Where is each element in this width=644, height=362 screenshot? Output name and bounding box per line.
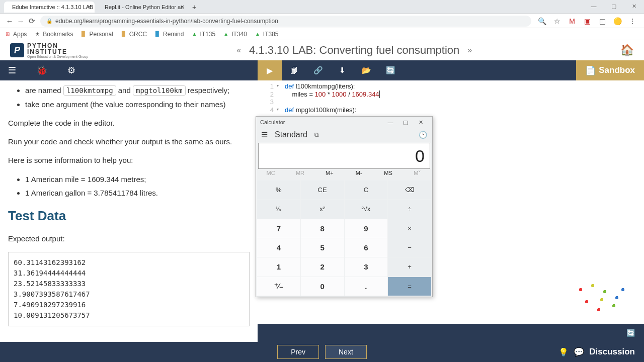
file-icon: 📄 xyxy=(585,65,596,76)
list-item: 1 American mile = 1609.344 metres; xyxy=(25,173,250,185)
decorative-dots xyxy=(569,278,629,318)
new-tab-button[interactable]: + xyxy=(189,2,199,12)
close-window-icon[interactable]: ✕ xyxy=(624,0,644,12)
calculator-title: Calculator xyxy=(260,119,285,125)
prev-lesson-icon[interactable]: « xyxy=(236,46,241,55)
list-item: 1 American gallon = 3.785411784 litres. xyxy=(25,187,250,199)
zoom-icon[interactable]: 🔍 xyxy=(537,17,546,25)
paragraph: Run your code and check whether your out… xyxy=(8,136,250,147)
tab-title: Repl.it - Online Python Editor an xyxy=(105,4,184,10)
calc-mode-label: Standard xyxy=(275,130,307,139)
calc-mc: MC xyxy=(256,170,285,180)
calc-negate[interactable]: ⁺⁄₋ xyxy=(257,277,300,296)
calc-1[interactable]: 1 xyxy=(257,257,300,276)
expected-output: 60.31143162393162 31.36194444444444 23.5… xyxy=(8,252,250,326)
bookmark-item[interactable]: ▉GRCC xyxy=(120,31,147,38)
paragraph: Here is some information to help you: xyxy=(8,154,250,166)
gear-icon[interactable]: ⚙ xyxy=(67,65,75,76)
calc-3[interactable]: 3 xyxy=(345,257,388,276)
calc-c[interactable]: C xyxy=(345,180,388,199)
calc-decimal[interactable]: . xyxy=(345,277,388,296)
close-tab-icon[interactable]: × xyxy=(180,3,184,11)
address-bar[interactable]: 🔒edube.org/learn/programming-essentials-… xyxy=(40,16,531,27)
menu-icon[interactable]: ⋮ xyxy=(628,17,637,25)
prev-button[interactable]: Prev xyxy=(277,345,319,359)
bookmark-item[interactable]: ▲IT135 xyxy=(191,31,215,38)
bookmark-item[interactable]: ▉Personal xyxy=(80,31,113,38)
list-item: take one argument (the value correspondi… xyxy=(25,99,250,110)
gmail-icon[interactable]: M xyxy=(568,17,577,25)
menu-icon[interactable]: ☰ xyxy=(8,65,16,76)
bookmark-item[interactable]: ▉Remind xyxy=(154,31,184,38)
calc-close-icon[interactable]: ✕ xyxy=(413,119,428,126)
calc-ce[interactable]: CE xyxy=(301,180,344,199)
refresh-icon[interactable]: 🔄 xyxy=(378,66,403,75)
lesson-title: 4.1.3.10 LAB: Converting fuel consumptio… xyxy=(249,44,459,57)
next-lesson-icon[interactable]: » xyxy=(467,46,472,55)
apps-button[interactable]: ⊞Apps xyxy=(4,31,27,38)
share-icon[interactable]: 🔗 xyxy=(306,66,330,75)
reload-button[interactable]: ⟳ xyxy=(26,16,37,27)
calc-equals[interactable]: = xyxy=(388,277,431,296)
run-button[interactable]: ▶ xyxy=(258,60,282,80)
calc-2[interactable]: 2 xyxy=(301,257,344,276)
home-icon[interactable]: 🏠 xyxy=(620,44,634,57)
discussion-link[interactable]: Discussion xyxy=(589,347,635,357)
calc-7[interactable]: 7 xyxy=(257,219,300,238)
calc-percent[interactable]: % xyxy=(257,180,300,199)
star-icon[interactable]: ☆ xyxy=(552,17,561,25)
calc-9[interactable]: 9 xyxy=(345,219,388,238)
calc-sqrt[interactable]: ²√x xyxy=(345,200,388,218)
calc-multiply[interactable]: × xyxy=(388,219,431,238)
maximize-window-icon[interactable]: ▢ xyxy=(604,0,624,12)
calc-ontop-icon[interactable]: ⧉ xyxy=(314,131,319,138)
calc-maximize-icon[interactable]: ▢ xyxy=(398,119,413,126)
bookmark-item[interactable]: ★Bookmarks xyxy=(34,31,73,38)
avatar-icon[interactable]: 🟡 xyxy=(613,17,622,25)
calc-display: 0 xyxy=(258,143,430,169)
calc-minimize-icon[interactable]: — xyxy=(383,119,398,126)
browser-tab[interactable]: Repl.it - Online Python Editor an× xyxy=(97,2,187,13)
brand-logo[interactable]: P PYTHON INSTITUTE Open Education & Deve… xyxy=(10,43,88,58)
download-icon[interactable]: ⬇ xyxy=(330,66,354,75)
calc-backspace[interactable]: ⌫ xyxy=(388,180,431,199)
hint-icon[interactable]: 💡 xyxy=(558,347,569,357)
minimize-window-icon[interactable]: — xyxy=(584,0,604,12)
paragraph: Complete the code in the editor. xyxy=(8,117,250,129)
sandbox-button[interactable]: 📄Sandbox xyxy=(576,60,644,80)
calc-square[interactable]: x² xyxy=(301,200,344,218)
lock-icon: 🔒 xyxy=(46,18,52,24)
calc-minus[interactable]: − xyxy=(388,238,431,257)
tab-title: Edube Interactive :: 4.1.3.10 LAB xyxy=(12,4,93,10)
calc-reciprocal[interactable]: ¹⁄ₓ xyxy=(257,200,300,218)
open-icon[interactable]: 📂 xyxy=(354,66,378,75)
next-button[interactable]: Next xyxy=(325,345,367,359)
calc-4[interactable]: 4 xyxy=(257,238,300,257)
list-item: are named l100kmtompg and mpgtol100km re… xyxy=(25,84,250,97)
copy-icon[interactable]: 🗐 xyxy=(282,66,306,75)
calc-mplus[interactable]: M+ xyxy=(315,170,344,180)
console-refresh-icon[interactable]: 🔄 xyxy=(626,329,635,337)
extension-icon[interactable]: ▥ xyxy=(598,17,607,25)
calc-6[interactable]: 6 xyxy=(345,238,388,257)
calc-mdrop: M˅ xyxy=(403,170,432,180)
extension-icon[interactable]: ▣ xyxy=(583,17,592,25)
bug-icon[interactable]: 🐞 xyxy=(36,65,47,76)
bookmark-item[interactable]: ▲IT385 xyxy=(254,31,279,38)
calc-ms[interactable]: MS xyxy=(373,170,403,180)
bookmark-item[interactable]: ▲IT340 xyxy=(222,31,247,38)
calc-0[interactable]: 0 xyxy=(301,277,344,296)
calc-5[interactable]: 5 xyxy=(301,238,344,257)
calc-divide[interactable]: ÷ xyxy=(388,200,431,218)
back-button[interactable]: ← xyxy=(4,16,15,27)
discussion-icon[interactable]: 💬 xyxy=(574,347,584,357)
close-tab-icon[interactable]: × xyxy=(88,3,92,11)
bookmarks-bar: ⊞Apps ★Bookmarks ▉Personal ▉GRCC ▉Remind… xyxy=(0,28,644,40)
calc-mminus[interactable]: M- xyxy=(344,170,373,180)
calc-plus[interactable]: + xyxy=(388,257,431,276)
browser-tab-active[interactable]: Edube Interactive :: 4.1.3.10 LAB× xyxy=(4,2,95,13)
calc-8[interactable]: 8 xyxy=(301,219,344,238)
calc-history-icon[interactable]: 🕑 xyxy=(419,131,427,139)
forward-button[interactable]: → xyxy=(15,16,26,27)
calc-menu-icon[interactable]: ☰ xyxy=(261,130,268,139)
